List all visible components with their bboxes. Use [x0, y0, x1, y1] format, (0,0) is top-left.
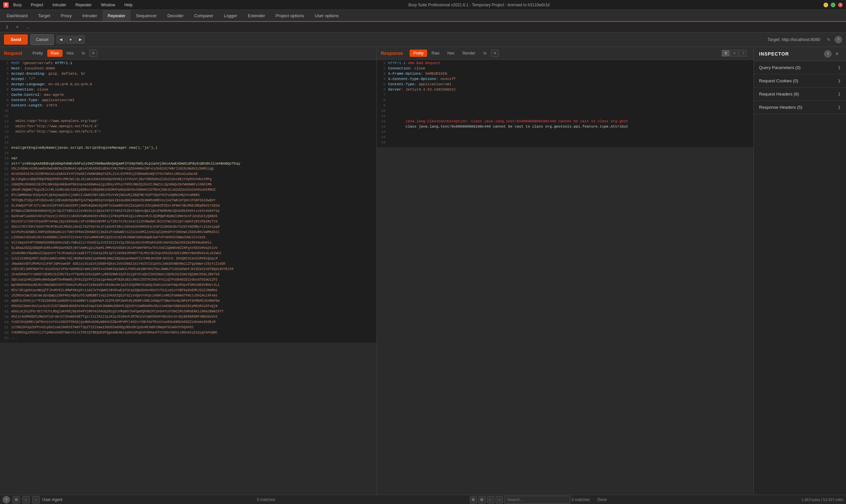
request-line: 31OSydiFicTA0Y2FpaVRTVd4WL2QycENnGdLc3Fv…: [0, 220, 377, 225]
menu-burp[interactable]: Burp: [11, 2, 23, 8]
request-title: Request: [4, 51, 22, 56]
response-panel-header: Response Pretty Raw Hex Render \n ≡ ⠿ ⠷ …: [377, 47, 753, 60]
response-tab-raw[interactable]: Raw: [428, 50, 443, 57]
request-tab-menu[interactable]: ≡: [89, 50, 97, 57]
response-headers-label: Response Headers (5): [759, 105, 803, 110]
nav-forward-button[interactable]: ▶: [76, 35, 85, 43]
request-code-area[interactable]: 1POST /geoserver/wfs HTTP/1.12Host: loca…: [0, 60, 377, 495]
request-line: 16: [0, 141, 377, 146]
inspector-title: INSPECTOR: [759, 51, 789, 56]
view-toggle-buttons: ⠿ ⠷ ⠸: [722, 50, 747, 56]
response-line: 4X-Content-Type-Options: nosniff: [377, 77, 753, 82]
tab-sequencer[interactable]: Sequencer: [131, 10, 162, 22]
response-line: 12 java.lang.ClassCastException: class j…: [377, 119, 753, 125]
request-line: 5Accept-Language: en-US;q=0.9,en;q=0.8: [0, 82, 377, 88]
response-prev-button[interactable]: ←: [487, 496, 494, 503]
request-line: 251RUdFJNQWNITkgxZklttMLlkdRzdGc5ZGlpDGR…: [0, 188, 377, 193]
menu-window[interactable]: Window: [99, 2, 117, 8]
view-full[interactable]: ⠸: [739, 50, 747, 56]
request-line: 6Connection: close: [0, 88, 377, 93]
request-line: 10: [0, 109, 377, 114]
response-tab-render[interactable]: Render: [459, 50, 479, 57]
request-line: 423QnJua1p4R2ZWHhyNHduQwRTbnRNWmhjRY8zZQ…: [0, 278, 377, 283]
response-search-input[interactable]: [504, 496, 570, 504]
nav-back-button[interactable]: ◀: [56, 35, 65, 43]
menu-repeater[interactable]: Repeater: [73, 2, 93, 8]
request-line: 19var: [0, 156, 377, 162]
request-line: 8Content-Type: application/xml: [0, 98, 377, 104]
minimize-button[interactable]: −: [824, 3, 828, 7]
send-button[interactable]: Send: [4, 34, 28, 44]
cancel-button[interactable]: Cancel: [31, 34, 54, 45]
status-help-button[interactable]: ?: [3, 496, 10, 503]
tab-dashboard[interactable]: Dashboard: [1, 10, 33, 22]
inspector-section-cookies: Request Cookies (0) ❯: [754, 74, 846, 88]
request-line: 24zdmQ5MzdkNG91SkIFUJBkUGpnNkBuNTBkSnp4a…: [0, 183, 377, 188]
response-next-button[interactable]: →: [496, 496, 503, 503]
response-search-area: ⚙ ⚙ ← → 0 matches: [470, 496, 595, 504]
response-gear-button[interactable]: ⚙: [479, 496, 486, 503]
menu-project[interactable]: Project: [29, 2, 45, 8]
request-tab-hex[interactable]: Hex: [63, 50, 77, 57]
response-title: Response: [381, 51, 403, 56]
response-tab-menu[interactable]: ≡: [491, 50, 499, 57]
status-bar: ? ⚙ ← → User-Agent 0 matches ⚙ ⚙ ← → 0 m…: [0, 495, 846, 504]
response-matches: 0 matches: [572, 498, 595, 502]
request-tab-pretty[interactable]: Pretty: [29, 50, 46, 57]
status-back-button[interactable]: ←: [22, 496, 30, 503]
repeater-subtabs: 1 × ...: [0, 22, 846, 32]
request-tab-ln[interactable]: \n: [78, 50, 89, 57]
response-tab-hex[interactable]: Hex: [444, 50, 458, 57]
status-settings-button[interactable]: ⚙: [13, 496, 20, 503]
repeater-tab-1[interactable]: 1: [3, 24, 12, 31]
response-settings-button[interactable]: ⚙: [470, 496, 477, 503]
request-tabs: Pretty Raw Hex \n ≡: [29, 50, 97, 57]
menu-intruder[interactable]: Intruder: [51, 2, 68, 8]
inspector-close-button[interactable]: ×: [833, 50, 841, 57]
app-icon: B: [3, 2, 8, 7]
response-code-area[interactable]: 1HTTP/1.1 400 Bad Request2Connection: cl…: [377, 60, 753, 495]
inspector-response-headers[interactable]: Response Headers (5) ❯: [754, 101, 846, 114]
response-code[interactable]: 1HTTP/1.1 400 Bad Request2Connection: cl…: [377, 60, 753, 147]
tab-target[interactable]: Target: [33, 10, 56, 22]
target-label: Target: http://localhost:8080: [767, 37, 820, 42]
request-line: 41jk4eEM4mTYre80OY2B3R21kZ3MzTkc4TTQsMz2…: [0, 273, 377, 278]
tab-decoder[interactable]: Decoder: [162, 10, 189, 22]
nav-down-button[interactable]: ▼: [66, 36, 75, 43]
repeater-tab-more[interactable]: ...: [23, 24, 33, 31]
menu-help[interactable]: Help: [122, 2, 134, 8]
response-line: 13 class java.lang.test/0x000000080100c4…: [377, 125, 753, 130]
menu-bar: Burp Project Intruder Repeater Window He…: [11, 2, 134, 8]
inspector-help-button[interactable]: ?: [824, 50, 831, 57]
close-button[interactable]: ×: [838, 3, 843, 7]
toolbar-help-button[interactable]: ?: [835, 36, 842, 43]
tab-intruder[interactable]: Intruder: [77, 10, 103, 22]
tab-proxy[interactable]: Proxy: [56, 10, 77, 22]
inspector-request-cookies[interactable]: Request Cookies (0) ❯: [754, 74, 846, 87]
request-line: 26RTc2WMR0Uwr83Zp4iPLQkRqImpDSnljeWh1IJd…: [0, 193, 377, 199]
tab-user-options[interactable]: User options: [309, 10, 344, 22]
inspector-request-headers[interactable]: Request Headers (8) ❯: [754, 88, 846, 101]
target-edit-button[interactable]: ✎: [826, 36, 832, 43]
request-line: 34LZUhmaI4OSaRiSktkeGhBNmlJUnh3T21VVArtS…: [0, 236, 377, 241]
request-code[interactable]: 1POST /geoserver/wfs HTTP/1.12Host: loca…: [0, 60, 377, 343]
view-split-vertical[interactable]: ⠷: [730, 50, 738, 56]
status-forward-button[interactable]: →: [32, 496, 40, 503]
response-tab-ln[interactable]: \n: [480, 50, 490, 57]
request-tab-raw[interactable]: Raw: [47, 50, 62, 57]
response-tab-pretty[interactable]: Pretty: [410, 50, 427, 57]
window-controls: − □ ×: [824, 3, 843, 7]
tab-logger[interactable]: Logger: [218, 10, 242, 22]
tab-repeater[interactable]: Repeater: [103, 10, 131, 22]
maximize-button[interactable]: □: [831, 3, 835, 7]
request-line: 21XhL2xbbmcvU3RyaW5nOwEABENvZGUBAAtvgKsA…: [0, 167, 377, 172]
tab-comparer[interactable]: Comparer: [189, 10, 218, 22]
request-line: 53...: [0, 336, 377, 341]
tab-extender[interactable]: Extender: [242, 10, 270, 22]
request-cookies-label: Request Cookies (0): [759, 78, 798, 83]
tab-project-options[interactable]: Project options: [270, 10, 309, 22]
inspector-header: INSPECTOR ? ×: [754, 47, 846, 61]
inspector-query-params[interactable]: Query Parameters (0) ❯: [754, 61, 846, 74]
repeater-tab-close[interactable]: ×: [13, 24, 22, 31]
view-split-horizontal[interactable]: ⠿: [722, 50, 730, 56]
